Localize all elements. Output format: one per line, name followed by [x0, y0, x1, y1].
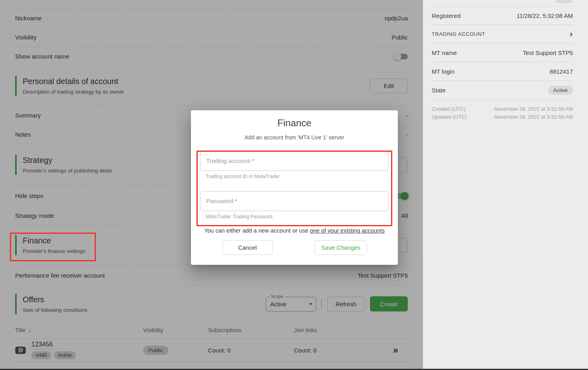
- panel-label: Registered: [432, 12, 461, 19]
- save-changes-button[interactable]: Save Changes: [315, 240, 367, 255]
- meta-value: November 28, 2022 at 3:32:08 AM: [494, 105, 573, 113]
- panel-value: 11/28/22, 5:32:08 AM: [517, 12, 573, 19]
- panel-section-title: TRADING ACCOUNT: [432, 31, 485, 37]
- dialog-note: You can either add a new account or use …: [201, 227, 388, 234]
- panel-label: MT login: [432, 68, 454, 75]
- trading-account-input[interactable]: [201, 151, 388, 171]
- dialog-actions: Cancel Save Changes: [201, 240, 388, 255]
- meta-label: Updated (UTC): [432, 113, 467, 121]
- finance-dialog: Finance Add an account from 'MT4 Live 1'…: [191, 110, 398, 265]
- trading-account-panel: Registered 11/28/22, 5:32:08 AM TRADING …: [423, 0, 588, 370]
- panel-row-registered: Registered 11/28/22, 5:32:08 AM: [432, 6, 573, 25]
- chevron-right-icon: ›: [570, 30, 573, 39]
- trading-account-header[interactable]: TRADING ACCOUNT ›: [432, 25, 573, 43]
- panel-row-mt-login: MT login 8812417: [432, 62, 573, 81]
- panel-label: MT name: [432, 49, 457, 56]
- cancel-button[interactable]: Cancel: [222, 240, 273, 255]
- status-badge: [555, 0, 573, 3]
- panel-label: State: [432, 87, 446, 94]
- dialog-title: Finance: [201, 117, 388, 129]
- panel-row-mt-name: MT name Test Support STP5: [432, 43, 573, 62]
- existing-accounts-link[interactable]: one of your existing accounts: [310, 227, 385, 234]
- password-helper: MetaTrader Trading Password: [206, 214, 388, 219]
- note-text: You can either add a new account or use: [204, 227, 310, 234]
- trading-account-helper: Trading account ID in MetaTrader: [206, 174, 388, 179]
- screen: Nickname npdp2ua Visibility Public Show …: [0, 0, 588, 370]
- password-field-group: MetaTrader Trading Password: [201, 191, 388, 219]
- trading-account-field-group: Trading account ID in MetaTrader: [201, 151, 388, 179]
- dialog-subtitle: Add an account from 'MT4 Live 1' server: [201, 134, 388, 141]
- panel-value: Test Support STP5: [523, 49, 573, 56]
- password-input[interactable]: [201, 191, 388, 211]
- panel-row-state: State Active: [432, 81, 573, 100]
- meta-label: Created (UTC): [432, 105, 465, 113]
- panel-meta: Created (UTC) November 28, 2022 at 3:32:…: [432, 100, 573, 121]
- meta-value: November 28, 2022 at 3:32:08 AM: [494, 113, 573, 121]
- panel-value: 8812417: [550, 68, 573, 75]
- state-badge: Active: [548, 86, 573, 95]
- panel-meta-updated: Updated (UTC) November 28, 2022 at 3:32:…: [432, 113, 573, 121]
- panel-meta-created: Created (UTC) November 28, 2022 at 3:32:…: [432, 105, 573, 113]
